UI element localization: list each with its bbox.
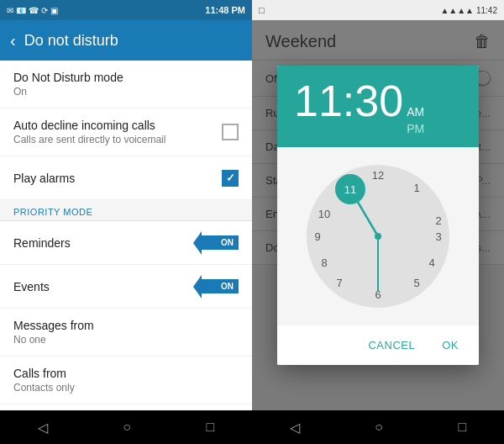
svg-text:11: 11 bbox=[344, 183, 356, 196]
sync-icon: ⟳ bbox=[41, 6, 48, 15]
dnd-mode-title: Do Not Disturb mode bbox=[13, 71, 239, 84]
messages-from-title: Messages from bbox=[13, 319, 239, 332]
status-time-left: 11:48 PM bbox=[205, 5, 245, 15]
messages-from-value: No one bbox=[13, 334, 239, 346]
clock-header: 11:30 AM PM bbox=[277, 66, 479, 147]
events-item[interactable]: Events ON bbox=[0, 265, 252, 309]
left-panel: ✉ 📧 ☎ ⟳ ▣ 11:48 PM ‹ Do not disturb Do N… bbox=[0, 0, 252, 444]
calls-from-title: Calls from bbox=[13, 367, 239, 380]
messages-from-item[interactable]: Messages from No one bbox=[0, 309, 252, 357]
recents-nav-right[interactable]: □ bbox=[459, 420, 467, 435]
svg-text:5: 5 bbox=[413, 277, 419, 289]
svg-text:4: 4 bbox=[428, 256, 434, 269]
clock-dialog: 11:30 AM PM bbox=[277, 66, 479, 365]
play-alarms-item[interactable]: Play alarms bbox=[0, 156, 252, 200]
manage-contacts-item[interactable]: Manage approved contacts bbox=[0, 404, 252, 410]
svg-text:10: 10 bbox=[318, 208, 330, 220]
am-label[interactable]: AM bbox=[407, 104, 424, 121]
svg-point-15 bbox=[375, 233, 381, 240]
ok-button[interactable]: OK bbox=[432, 332, 469, 358]
status-bar-left: ✉ 📧 ☎ ⟳ ▣ 11:48 PM bbox=[0, 0, 252, 20]
svg-text:12: 12 bbox=[372, 169, 384, 182]
play-alarms-checkbox[interactable] bbox=[222, 170, 239, 187]
back-button[interactable]: ‹ bbox=[10, 31, 16, 50]
status-bar-right: □ ▲▲▲▲ 11:42 bbox=[252, 0, 504, 20]
priority-mode-header: PRIORITY MODE bbox=[0, 200, 252, 221]
right-panel: □ ▲▲▲▲ 11:42 Weekend 🗑 Off Rule n Weeke.… bbox=[252, 0, 504, 444]
extra-icon: ▣ bbox=[50, 6, 58, 15]
clock-face-container: 12 1 2 3 4 5 6 bbox=[277, 147, 479, 325]
svg-text:9: 9 bbox=[314, 230, 320, 243]
toolbar: ‹ Do not disturb bbox=[0, 20, 252, 61]
home-nav-left[interactable]: ○ bbox=[123, 420, 131, 435]
play-alarms-title: Play alarms bbox=[13, 172, 222, 185]
status-time-right: 11:42 bbox=[476, 6, 497, 15]
clock-actions: CANCEL OK bbox=[277, 325, 479, 365]
svg-text:3: 3 bbox=[435, 230, 441, 243]
status-icons-left: ✉ 📧 ☎ ⟳ ▣ bbox=[7, 6, 58, 15]
clock-time-display: 11:30 AM PM bbox=[294, 79, 462, 137]
auto-decline-item[interactable]: Auto decline incoming calls Calls are se… bbox=[0, 108, 252, 156]
events-toggle[interactable]: ON bbox=[202, 279, 239, 293]
weekend-page: Weekend 🗑 Off Rule n Weeke... Days Fri, … bbox=[252, 20, 504, 410]
clock-time-main: 11:30 bbox=[294, 79, 403, 123]
calls-from-value: Contacts only bbox=[13, 382, 239, 394]
clock-ampm: AM PM bbox=[407, 104, 424, 137]
clock-face[interactable]: 12 1 2 3 4 5 6 bbox=[302, 161, 454, 312]
status-right-group: ▲▲▲▲ 11:42 bbox=[440, 6, 497, 15]
events-title: Events bbox=[13, 280, 202, 293]
settings-list: Do Not Disturb mode On Auto decline inco… bbox=[0, 61, 252, 410]
home-nav-right[interactable]: ○ bbox=[375, 420, 383, 435]
svg-text:8: 8 bbox=[321, 256, 327, 269]
pm-label[interactable]: PM bbox=[407, 121, 424, 138]
nav-bar-right: ◁ ○ □ bbox=[252, 410, 504, 444]
dnd-mode-item[interactable]: Do Not Disturb mode On bbox=[0, 61, 252, 108]
mail-icon: 📧 bbox=[16, 6, 26, 15]
auto-decline-checkbox[interactable] bbox=[222, 124, 239, 140]
msg-icon: ✉ bbox=[7, 6, 13, 15]
reminders-toggle[interactable]: ON bbox=[202, 235, 239, 250]
phone-icon: ☎ bbox=[29, 6, 39, 15]
dialog-overlay: 11:30 AM PM bbox=[252, 20, 504, 410]
back-nav-right[interactable]: ◁ bbox=[290, 420, 300, 436]
recents-nav-left[interactable]: □ bbox=[207, 420, 215, 435]
status-left-icon: □ bbox=[259, 5, 265, 15]
dnd-mode-subtitle: On bbox=[13, 86, 239, 98]
svg-text:2: 2 bbox=[435, 214, 441, 227]
cancel-button[interactable]: CANCEL bbox=[358, 332, 425, 358]
calls-from-item[interactable]: Calls from Contacts only bbox=[0, 357, 252, 404]
svg-text:1: 1 bbox=[413, 182, 419, 194]
svg-text:7: 7 bbox=[336, 277, 342, 289]
auto-decline-subtitle: Calls are sent directly to voicemail bbox=[13, 134, 222, 145]
auto-decline-title: Auto decline incoming calls bbox=[13, 119, 222, 132]
nav-bar-left: ◁ ○ □ bbox=[0, 410, 252, 444]
reminders-title: Reminders bbox=[13, 236, 202, 250]
signal-icon: ▲▲▲▲ bbox=[440, 6, 474, 15]
back-nav-left[interactable]: ◁ bbox=[38, 420, 48, 436]
toolbar-title: Do not disturb bbox=[24, 32, 118, 50]
reminders-item[interactable]: Reminders ON bbox=[0, 221, 252, 265]
